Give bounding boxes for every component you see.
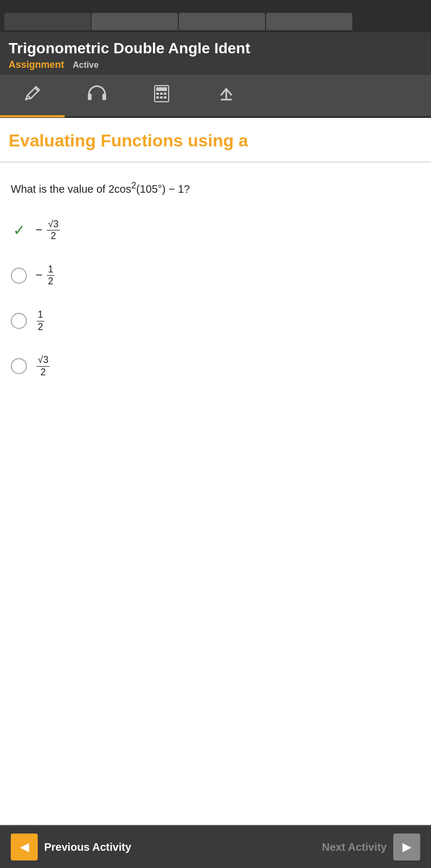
radio-c — [11, 313, 27, 329]
next-arrow-box: ▶ — [393, 834, 420, 860]
svg-rect-2 — [102, 94, 106, 100]
svg-rect-7 — [164, 93, 166, 95]
radio-d — [11, 358, 27, 374]
svg-rect-1 — [88, 94, 92, 100]
svg-rect-9 — [160, 96, 163, 99]
fraction-numerator: √3 — [37, 354, 50, 367]
headphones-icon — [87, 85, 107, 107]
prev-arrow-box: ◀ — [11, 834, 38, 860]
option-b[interactable]: − 1 2 — [11, 264, 420, 288]
bottom-spacer — [0, 647, 431, 690]
activity-title: Evaluating Functions using a — [9, 131, 422, 151]
fraction-numerator: √3 — [47, 219, 60, 231]
prev-label: Previous Activity — [44, 841, 131, 853]
fraction-denominator: 2 — [37, 321, 44, 333]
fraction-denominator: 2 — [39, 367, 47, 379]
option-a[interactable]: ✓ − √3 2 — [11, 219, 420, 242]
upload-icon — [217, 85, 235, 107]
fraction-denominator: 2 — [47, 276, 54, 288]
fraction-numerator: 1 — [37, 309, 44, 321]
radio-b — [11, 268, 27, 284]
option-c[interactable]: 1 2 — [11, 309, 420, 333]
svg-rect-6 — [160, 93, 163, 95]
top-bar — [0, 0, 431, 32]
headphones-button[interactable] — [65, 74, 129, 117]
prev-arrow-icon: ◀ — [20, 840, 29, 854]
activity-header: Evaluating Functions using a — [0, 118, 431, 163]
tab-1[interactable] — [4, 13, 91, 30]
tab-3[interactable] — [179, 13, 265, 30]
header-meta: Assignment Active — [9, 59, 422, 71]
tab-4[interactable] — [266, 13, 352, 30]
active-label: Active — [73, 60, 99, 70]
option-d[interactable]: √3 2 — [11, 354, 420, 378]
pencil-button[interactable] — [0, 74, 65, 117]
assignment-label: Assignment — [9, 59, 64, 71]
question-text: What is the value of 2cos2(105°) − 1? — [11, 179, 420, 197]
fraction-numerator: 1 — [47, 264, 54, 276]
pencil-icon — [23, 85, 41, 107]
fraction-1-over-2: 1 2 — [37, 309, 44, 333]
previous-activity-button[interactable]: ◀ Previous Activity — [0, 826, 142, 868]
page-title: Trigonometric Double Angle Ident — [9, 40, 422, 57]
svg-rect-10 — [164, 96, 166, 99]
tab-2[interactable] — [92, 13, 178, 30]
svg-marker-0 — [25, 99, 27, 101]
fraction-sqrt3-over-2: √3 2 — [37, 354, 50, 378]
question-area: What is the value of 2cos2(105°) − 1? ✓ … — [0, 163, 431, 647]
option-b-value: − 1 2 — [36, 264, 55, 288]
option-a-value: − √3 2 — [36, 219, 61, 242]
fraction-1-over-2-neg: 1 2 — [47, 264, 54, 288]
calculator-icon — [154, 85, 170, 107]
calculator-button[interactable] — [129, 74, 194, 117]
svg-rect-8 — [156, 96, 159, 99]
bottom-nav: ◀ Previous Activity Next Activity ▶ — [0, 825, 431, 868]
top-tabs — [0, 11, 352, 32]
toolbar — [0, 75, 431, 118]
svg-rect-5 — [156, 93, 159, 95]
option-d-value: √3 2 — [36, 354, 51, 378]
option-c-value: 1 2 — [36, 309, 45, 333]
fraction-denominator: 2 — [50, 230, 57, 242]
header: Trigonometric Double Angle Ident Assignm… — [0, 32, 431, 75]
svg-rect-4 — [156, 87, 167, 91]
next-arrow-icon: ▶ — [402, 840, 412, 854]
next-activity-button[interactable]: Next Activity ▶ — [311, 826, 431, 868]
next-label: Next Activity — [322, 841, 387, 853]
correct-checkmark-icon: ✓ — [11, 221, 27, 239]
upload-button[interactable] — [194, 74, 259, 117]
fraction-sqrt3-over-2-neg: √3 2 — [47, 219, 60, 242]
